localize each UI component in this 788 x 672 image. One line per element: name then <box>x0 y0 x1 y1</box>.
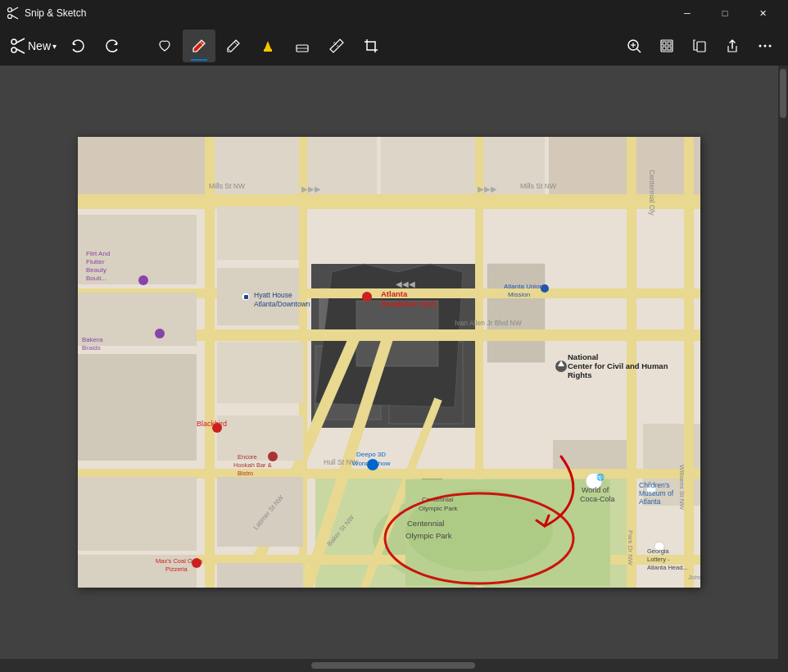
svg-rect-10 <box>264 49 272 52</box>
canvas-area: ▶▶▶ ▶▶▶ ◀◀◀ National Center for Civil a <box>0 66 778 659</box>
svg-text:Mills St NW: Mills St NW <box>209 182 245 190</box>
svg-text:Williams St NW: Williams St NW <box>678 465 686 511</box>
touch-writing-button[interactable] <box>148 30 181 62</box>
ruler-icon <box>328 38 345 54</box>
svg-text:Blackbird: Blackbird <box>197 420 227 428</box>
undo-icon <box>70 39 85 53</box>
zoom-icon <box>626 38 642 54</box>
svg-rect-48 <box>78 194 700 209</box>
svg-rect-23 <box>668 47 671 50</box>
scissors-icon <box>10 38 26 54</box>
svg-text:Breakfast Club: Breakfast Club <box>381 299 436 308</box>
svg-text:Atlanta: Atlanta <box>381 289 408 298</box>
svg-text:Atlanta Union: Atlanta Union <box>504 283 543 290</box>
svg-text:▶▶▶: ▶▶▶ <box>478 184 497 193</box>
svg-rect-72 <box>217 415 303 461</box>
scrollbar-v-thumb[interactable] <box>780 69 786 118</box>
svg-text:Hookah Bar &: Hookah Bar & <box>233 461 272 469</box>
copy-button[interactable] <box>683 30 716 62</box>
svg-rect-69 <box>217 207 299 260</box>
svg-text:Hyatt House: Hyatt House <box>254 291 292 299</box>
svg-text:Bakera: Bakera <box>82 336 103 343</box>
minimize-button[interactable]: ─ <box>668 0 706 26</box>
svg-text:Hull St NW: Hull St NW <box>324 458 358 466</box>
svg-text:Flirt And: Flirt And <box>86 250 110 257</box>
svg-rect-73 <box>217 477 303 547</box>
zoom-button[interactable] <box>618 30 650 62</box>
share-button[interactable] <box>716 30 749 62</box>
touchscreen-icon <box>659 38 675 54</box>
svg-text:Lottery -: Lottery - <box>647 556 670 563</box>
close-button[interactable]: ✕ <box>744 0 781 26</box>
svg-text:Atlanta Head...: Atlanta Head... <box>647 564 688 571</box>
undo-button[interactable] <box>61 30 94 62</box>
svg-rect-24 <box>697 42 705 52</box>
more-icon <box>757 38 773 54</box>
svg-text:Flutter: Flutter <box>86 258 105 266</box>
touch-writing-icon <box>156 38 173 54</box>
svg-text:Deepo 3D: Deepo 3D <box>356 451 386 458</box>
toolbar-right <box>618 30 781 62</box>
highlighter-button[interactable] <box>251 30 284 62</box>
title-bar-controls: ─ □ ✕ <box>668 0 781 26</box>
svg-point-5 <box>11 48 16 52</box>
svg-point-107 <box>155 329 165 338</box>
app-icon <box>7 7 20 20</box>
svg-text:Olympic Park: Olympic Park <box>419 505 459 512</box>
svg-rect-41 <box>487 264 545 362</box>
vertical-scrollbar[interactable] <box>778 66 788 659</box>
pencil-button[interactable] <box>217 30 250 62</box>
svg-text:Atlanta: Atlanta <box>639 497 661 506</box>
svg-rect-57 <box>684 137 694 588</box>
svg-line-7 <box>16 49 25 54</box>
svg-text:Park Dr NW: Park Dr NW <box>627 530 634 565</box>
map-image: ▶▶▶ ▶▶▶ ◀◀◀ National Center for Civil a <box>78 137 700 588</box>
svg-text:Center for Civil and Human: Center for Civil and Human <box>568 361 668 370</box>
svg-text:Rights: Rights <box>568 370 592 379</box>
map-svg: ▶▶▶ ▶▶▶ ◀◀◀ National Center for Civil a <box>78 137 700 588</box>
svg-text:Ivan Allen Jr Blvd NW: Ivan Allen Jr Blvd NW <box>455 319 522 327</box>
title-bar: Snip & Sketch ─ □ ✕ <box>0 0 788 26</box>
new-label: New <box>28 39 51 52</box>
title-bar-left: Snip & Sketch <box>7 7 86 20</box>
svg-rect-74 <box>217 563 303 588</box>
toolbar: New ▾ <box>0 26 788 66</box>
svg-point-112 <box>268 452 278 461</box>
app-title: Snip & Sketch <box>25 7 86 19</box>
crop-button[interactable] <box>355 30 387 62</box>
svg-text:🌐: 🌐 <box>596 473 605 481</box>
new-button[interactable]: New ▾ <box>7 30 60 62</box>
svg-point-102 <box>138 275 148 285</box>
svg-rect-99 <box>244 295 248 299</box>
svg-marker-8 <box>73 42 76 45</box>
svg-text:Encore: Encore <box>238 453 257 461</box>
svg-line-6 <box>16 39 25 43</box>
more-button[interactable] <box>749 30 781 62</box>
eraser-button[interactable] <box>286 30 319 62</box>
svg-text:Beauty: Beauty <box>86 266 106 274</box>
svg-text:Centennial: Centennial <box>407 519 444 528</box>
ruler-button[interactable] <box>320 30 353 62</box>
svg-text:Centennial: Centennial <box>422 496 453 503</box>
redo-icon <box>105 39 120 53</box>
svg-rect-21 <box>668 42 671 45</box>
maximize-button[interactable]: □ <box>706 0 744 26</box>
ballpoint-pen-button[interactable] <box>183 30 215 62</box>
svg-rect-71 <box>217 342 303 403</box>
svg-point-26 <box>764 45 767 48</box>
svg-text:Bistro: Bistro <box>238 470 253 477</box>
svg-rect-67 <box>78 477 197 551</box>
svg-line-3 <box>11 16 18 20</box>
svg-rect-29 <box>78 137 209 202</box>
svg-text:Children's: Children's <box>639 481 670 489</box>
svg-text:Bouti...: Bouti... <box>86 275 106 282</box>
redo-button[interactable] <box>96 30 129 62</box>
highlighter-icon <box>260 38 276 54</box>
svg-line-2 <box>11 7 18 11</box>
horizontal-scrollbar[interactable] <box>0 659 778 672</box>
chevron-down-icon: ▾ <box>52 42 57 51</box>
svg-rect-53 <box>205 137 215 588</box>
scrollbar-h-thumb[interactable] <box>311 662 475 669</box>
share-icon <box>724 38 740 54</box>
touchscreen-button[interactable] <box>650 30 683 62</box>
